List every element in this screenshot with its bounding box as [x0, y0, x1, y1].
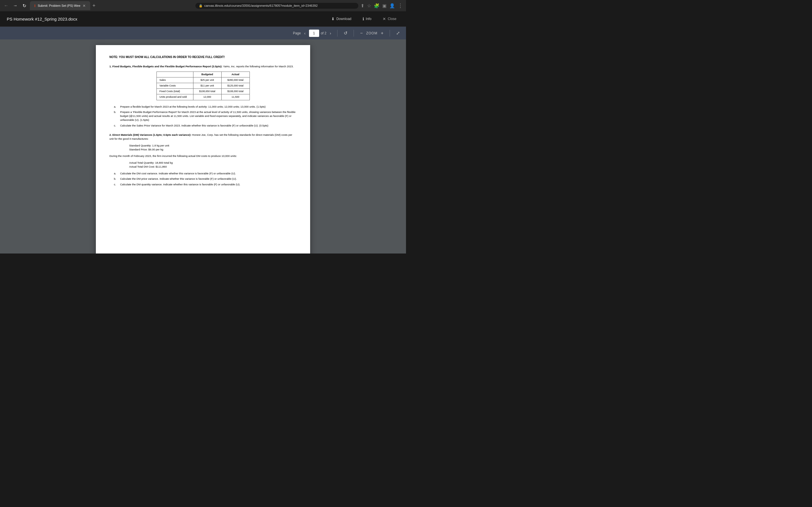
app-title: PS Homework #12_Spring 2023.docx	[7, 17, 77, 21]
s2-label-c: c.	[114, 182, 118, 186]
section1-intro: YaHo, Inc. reports the following informa…	[223, 65, 294, 68]
tab-bar: I Submit: Problem Set (PS) Wee ✕ +	[30, 1, 193, 10]
table-header-2: Actual	[221, 72, 250, 77]
tab-title: Submit: Problem Set (PS) Wee	[38, 4, 80, 7]
window-icon[interactable]: ▣	[382, 3, 387, 8]
browser-menu-button[interactable]: ⋮	[398, 3, 403, 9]
next-page-button[interactable]: ›	[328, 30, 333, 36]
standards-block: Standard Quantity: 1.8 kg per unit Stand…	[129, 144, 297, 152]
table-row: Sales $25 per unit $280,000 total	[156, 77, 250, 83]
during-text: During the month of February 2023, the f…	[109, 154, 297, 158]
list-item: c. Calculate the DM quantity variance. I…	[114, 182, 297, 186]
row2-col1: $108,650 total	[193, 89, 221, 94]
row1-col1: $11 per unit	[193, 83, 221, 89]
active-tab[interactable]: I Submit: Problem Set (PS) Wee ✕	[30, 1, 90, 10]
right-panel	[310, 45, 354, 248]
section2-sub-list: a. Calculate the DM cost variance. Indic…	[114, 172, 297, 186]
download-button[interactable]: ⬇ Download	[328, 15, 354, 23]
zoom-in-button[interactable]: +	[379, 30, 385, 37]
section2-title: 2. Direct Materials (DM) Variances (1.5p…	[109, 133, 297, 141]
expand-button[interactable]: ⤢	[395, 30, 402, 37]
note-header: NOTE: YOU MUST SHOW ALL CALCULATIONS IN …	[109, 55, 297, 59]
actuals-block: Actual Total Quantity: 18,800 total kg A…	[129, 161, 297, 169]
pdf-toolbar: Page ‹ of 2 › ↺ − ZOOM + ⤢	[0, 27, 406, 40]
section1: 1. Fixed Budgets, Flexible Budgets and t…	[109, 64, 297, 128]
row3-col0: Units produced and sold	[156, 94, 193, 100]
download-icon: ⬇	[331, 17, 335, 21]
standard-price: Standard Price: $6.00 per kg	[129, 148, 297, 152]
s2-label-a: a.	[114, 172, 118, 175]
item-label-c: c.	[114, 124, 118, 128]
table-row: Fixed Costs (total) $108,650 total $108,…	[156, 89, 250, 94]
download-label: Download	[336, 17, 351, 21]
list-item: a. Prepare a flexible budget for March 2…	[114, 105, 297, 109]
standard-quantity: Standard Quantity: 1.8 kg per unit	[129, 144, 297, 148]
s2-text-a: Calculate the DM cost variance. Indicate…	[120, 172, 236, 175]
actual-quantity: Actual Total Quantity: 18,800 total kg	[129, 161, 297, 165]
page-section: Page ‹ of 2 ›	[293, 30, 333, 37]
share-icon[interactable]: ⬆	[361, 3, 364, 8]
url-text: canvas.illinois.edu/courses/33591/assign…	[204, 4, 318, 7]
info-button[interactable]: ℹ Info	[360, 15, 374, 23]
page-number-input[interactable]	[309, 30, 319, 37]
forward-button[interactable]: →	[12, 2, 18, 9]
item-text-c: Calculate the Sales Price Variance for M…	[120, 124, 268, 128]
zoom-section: − ZOOM +	[358, 30, 385, 37]
pdf-page: NOTE: YOU MUST SHOW ALL CALCULATIONS IN …	[96, 45, 310, 253]
lock-icon: 🔒	[199, 4, 203, 8]
section2: 2. Direct Materials (DM) Variances (1.5p…	[109, 133, 297, 186]
new-tab-button[interactable]: +	[91, 2, 97, 10]
row0-col1: $25 per unit	[193, 77, 221, 83]
prev-page-button[interactable]: ‹	[303, 30, 307, 36]
tab-close-button[interactable]: ✕	[83, 4, 86, 8]
row0-col0: Sales	[156, 77, 193, 83]
toolbar-divider-2	[354, 30, 354, 37]
zoom-label: ZOOM	[366, 31, 377, 35]
left-panel	[52, 45, 96, 248]
address-bar[interactable]: 🔒 canvas.illinois.edu/courses/33591/assi…	[195, 3, 359, 9]
section1-title: 1. Fixed Budgets, Flexible Budgets and t…	[109, 64, 297, 68]
close-label: Close	[388, 17, 396, 21]
list-item: b. Prepare a 'Flexible Budget Performanc…	[114, 110, 297, 122]
zoom-out-button[interactable]: −	[358, 30, 364, 37]
close-button[interactable]: ✕ Close	[380, 15, 399, 23]
list-item: a. Calculate the DM cost variance. Indic…	[114, 172, 297, 175]
budget-table: Budgeted Actual Sales $25 per unit $280,…	[156, 71, 250, 100]
table-row: Variable Costs $11 per unit $125,000 tot…	[156, 83, 250, 89]
row3-col1: 12,000	[193, 94, 221, 100]
item-text-a: Prepare a flexible budget for March 2023…	[120, 105, 266, 109]
row2-col2: $108,000 total	[221, 89, 250, 94]
toolbar-divider-3	[390, 30, 390, 37]
header-actions: ⬇ Download ℹ Info ✕ Close	[328, 15, 399, 23]
item-label-b: b.	[114, 110, 118, 122]
row1-col2: $125,000 total	[221, 83, 250, 89]
row0-col2: $280,000 total	[221, 77, 250, 83]
page-label: Page	[293, 31, 301, 35]
close-icon: ✕	[383, 17, 386, 21]
extension-icon[interactable]: 🧩	[374, 3, 379, 8]
expand-section: ⤢	[395, 30, 402, 37]
row1-col0: Variable Costs	[156, 83, 193, 89]
content-area: NOTE: YOU MUST SHOW ALL CALCULATIONS IN …	[0, 40, 406, 253]
rotate-section: ↺	[342, 30, 349, 37]
refresh-button[interactable]: ↻	[21, 2, 28, 9]
item-text-b: Prepare a 'Flexible Budget Performance R…	[120, 110, 297, 122]
s2-text-b: Calculate the DM price variance. Indicat…	[120, 177, 237, 181]
table-header-1: Budgeted	[193, 72, 221, 77]
list-item: c. Calculate the Sales Price Variance fo…	[114, 124, 297, 128]
browser-controls: ← → ↻	[3, 2, 28, 9]
info-icon: ℹ	[363, 17, 364, 21]
star-icon[interactable]: ☆	[367, 3, 371, 8]
actual-cost: Actual Total DM Cost: $111,860	[129, 165, 297, 169]
table-header-0	[156, 72, 193, 77]
table-row: Units produced and sold 12,000 11,500	[156, 94, 250, 100]
toolbar-divider-1	[337, 30, 338, 37]
profile-icon[interactable]: 👤	[389, 3, 395, 8]
total-pages: of 2	[321, 31, 326, 35]
rotate-button[interactable]: ↺	[342, 30, 349, 37]
back-button[interactable]: ←	[3, 2, 10, 9]
tab-favicon: I	[35, 4, 36, 8]
list-item: b. Calculate the DM price variance. Indi…	[114, 177, 297, 181]
browser-chrome: ← → ↻ I Submit: Problem Set (PS) Wee ✕ +…	[0, 0, 406, 11]
browser-actions: ⬆ ☆ 🧩 ▣ 👤 ⋮	[361, 3, 403, 9]
